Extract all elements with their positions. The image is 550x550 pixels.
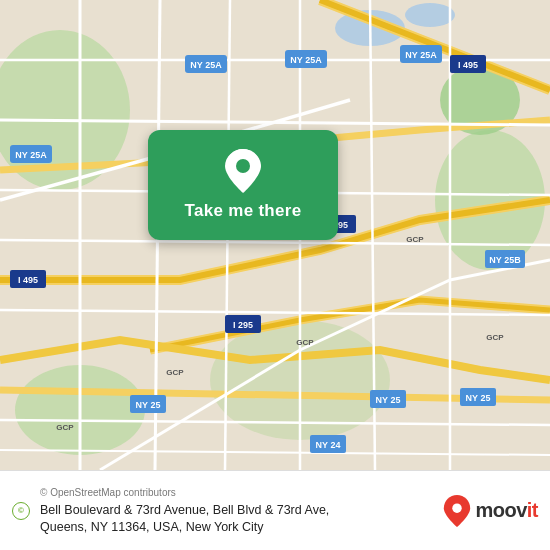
moovit-pin-icon — [443, 495, 471, 527]
osm-text: © OpenStreetMap contributors — [40, 487, 176, 498]
svg-point-53 — [236, 159, 250, 173]
svg-text:GCP: GCP — [166, 368, 184, 377]
svg-text:NY 25A: NY 25A — [190, 60, 222, 70]
location-pin-icon — [225, 149, 261, 193]
svg-text:NY 25: NY 25 — [136, 400, 161, 410]
address-line-2: Queens, NY 11364, USA, New York City — [40, 519, 435, 537]
svg-text:GCP: GCP — [56, 423, 74, 432]
svg-text:NY 25: NY 25 — [376, 395, 401, 405]
moovit-text: moovit — [475, 499, 538, 522]
svg-text:NY 25A: NY 25A — [405, 50, 437, 60]
button-label: Take me there — [185, 201, 302, 221]
svg-text:NY 25A: NY 25A — [290, 55, 322, 65]
svg-text:I 295: I 295 — [233, 320, 253, 330]
svg-text:NY 24: NY 24 — [316, 440, 341, 450]
svg-text:GCP: GCP — [296, 338, 314, 347]
moovit-logo: moovit — [443, 495, 538, 527]
moovit-red-text: it — [527, 499, 538, 521]
svg-text:NY 25A: NY 25A — [15, 150, 47, 160]
osm-attribution: © — [12, 502, 30, 520]
svg-text:NY 25B: NY 25B — [489, 255, 521, 265]
svg-point-7 — [405, 3, 455, 27]
osm-icon: © — [12, 502, 30, 520]
map-container: NY 25A NY 25A NY 25A NY 25A I 495 I 495 … — [0, 0, 550, 470]
address-line-1: Bell Boulevard & 73rd Avenue, Bell Blvd … — [40, 502, 435, 520]
svg-text:NY 25: NY 25 — [466, 393, 491, 403]
svg-text:I 495: I 495 — [458, 60, 478, 70]
svg-text:GCP: GCP — [406, 235, 424, 244]
take-me-there-button[interactable]: Take me there — [148, 130, 338, 240]
svg-text:I 495: I 495 — [18, 275, 38, 285]
info-bar: © © OpenStreetMap contributors Bell Boul… — [0, 470, 550, 550]
svg-text:GCP: GCP — [486, 333, 504, 342]
address-block: © OpenStreetMap contributors Bell Boulev… — [40, 484, 435, 537]
svg-point-54 — [453, 503, 462, 512]
osm-contributors-text: © OpenStreetMap contributors — [40, 484, 435, 502]
